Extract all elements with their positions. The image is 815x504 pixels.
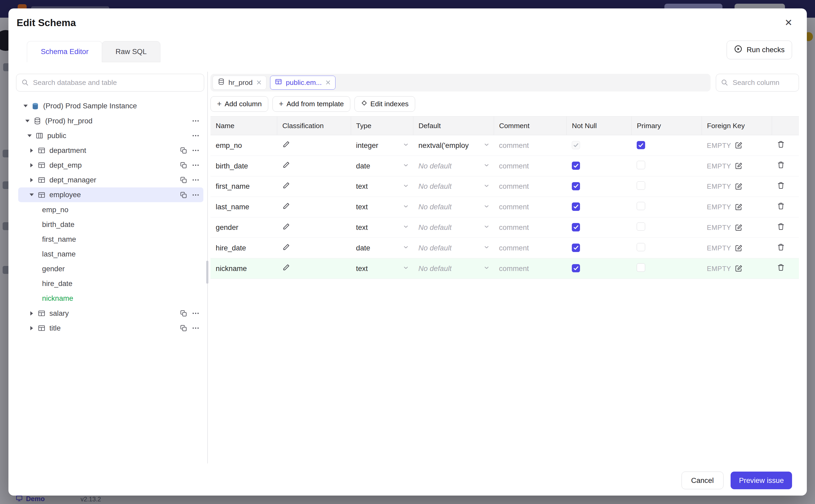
primary-checkbox[interactable]: [637, 141, 645, 149]
default-select[interactable]: No default: [418, 264, 494, 273]
cell-column-name[interactable]: last_name: [210, 197, 277, 217]
tab-schema-editor[interactable]: Schema Editor: [27, 41, 102, 62]
primary-checkbox[interactable]: [637, 161, 645, 169]
panel-resizer-thumb[interactable]: [206, 261, 208, 284]
tree-search-input[interactable]: [16, 74, 204, 91]
caret-down-icon[interactable]: [25, 120, 31, 122]
type-select[interactable]: date: [356, 162, 413, 170]
caret-right-icon[interactable]: [28, 163, 35, 167]
tree-node-table-employee[interactable]: employee: [18, 187, 203, 202]
edit-classification-icon[interactable]: [282, 161, 290, 169]
tree-node-column-emp_no[interactable]: emp_no: [18, 202, 203, 217]
cancel-button[interactable]: Cancel: [682, 472, 724, 489]
default-select[interactable]: No default: [418, 162, 494, 170]
edit-classification-icon[interactable]: [282, 182, 290, 190]
tree-node-table-dept_emp[interactable]: dept_emp: [18, 158, 203, 173]
copy-icon[interactable]: [180, 176, 187, 184]
comment-input[interactable]: [499, 244, 567, 252]
caret-down-icon[interactable]: [22, 105, 29, 107]
edit-classification-icon[interactable]: [282, 264, 290, 272]
default-select[interactable]: No default: [418, 203, 494, 211]
cell-column-name[interactable]: first_name: [210, 176, 277, 197]
tree-node-schema[interactable]: public: [18, 128, 203, 143]
edit-indexes-button[interactable]: Edit indexes: [354, 96, 415, 112]
tab-raw-sql[interactable]: Raw SQL: [102, 41, 160, 62]
type-select[interactable]: text: [356, 182, 413, 191]
tree-node-column-hire_date[interactable]: hire_date: [18, 276, 203, 291]
edit-classification-icon[interactable]: [282, 223, 290, 231]
delete-column-icon[interactable]: [777, 161, 785, 169]
caret-right-icon[interactable]: [28, 148, 35, 153]
more-actions-icon[interactable]: [192, 161, 200, 169]
copy-icon[interactable]: [180, 310, 187, 317]
not-null-checkbox[interactable]: [572, 202, 580, 211]
comment-input[interactable]: [499, 264, 567, 273]
more-actions-icon[interactable]: [192, 147, 200, 154]
tree-node-database[interactable]: (Prod) hr_prod: [18, 114, 203, 128]
delete-column-icon[interactable]: [777, 223, 785, 231]
tree-node-table-department[interactable]: department: [18, 143, 203, 158]
panel-resizer[interactable]: [204, 74, 210, 466]
foreign-key-editor[interactable]: EMPTY: [707, 244, 743, 252]
foreign-key-editor[interactable]: EMPTY: [707, 162, 743, 170]
default-select[interactable]: No default: [418, 182, 494, 191]
more-actions-icon[interactable]: [192, 132, 200, 140]
preview-issue-button[interactable]: Preview issue: [731, 472, 792, 489]
tree-node-table-salary[interactable]: salary: [18, 306, 203, 321]
default-select[interactable]: nextval('employ: [418, 141, 494, 150]
tree-node-instance[interactable]: (Prod) Prod Sample Instance: [18, 99, 203, 113]
tree-node-column-last_name[interactable]: last_name: [18, 247, 203, 261]
copy-icon[interactable]: [180, 191, 187, 199]
type-select[interactable]: text: [356, 203, 413, 211]
not-null-checkbox[interactable]: [572, 162, 580, 170]
column-search-input[interactable]: [716, 74, 799, 91]
comment-input[interactable]: [499, 182, 567, 191]
foreign-key-editor[interactable]: EMPTY: [707, 183, 743, 191]
caret-right-icon[interactable]: [28, 326, 35, 330]
tree-node-table-title[interactable]: title: [18, 321, 203, 336]
tree-node-column-first_name[interactable]: first_name: [18, 232, 203, 247]
delete-column-icon[interactable]: [777, 182, 785, 190]
more-actions-icon[interactable]: [192, 309, 200, 317]
caret-right-icon[interactable]: [28, 178, 35, 182]
copy-icon[interactable]: [180, 162, 187, 169]
default-select[interactable]: No default: [418, 244, 494, 252]
primary-checkbox[interactable]: [637, 243, 645, 251]
primary-checkbox[interactable]: [637, 263, 645, 272]
caret-down-icon[interactable]: [26, 134, 33, 137]
tree-node-table-dept_manager[interactable]: dept_manager: [18, 173, 203, 187]
tab-chip-database[interactable]: hr_prod: [212, 76, 266, 90]
comment-input[interactable]: [499, 203, 567, 211]
cell-column-name[interactable]: birth_date: [210, 156, 277, 176]
primary-checkbox[interactable]: [637, 202, 645, 210]
cell-column-name[interactable]: emp_no: [210, 135, 277, 156]
more-actions-icon[interactable]: [192, 176, 200, 184]
primary-checkbox[interactable]: [637, 181, 645, 190]
copy-icon[interactable]: [180, 324, 187, 332]
run-checks-button[interactable]: Run checks: [727, 41, 792, 59]
default-select[interactable]: No default: [418, 223, 494, 232]
cell-column-name[interactable]: hire_date: [210, 238, 277, 258]
comment-input[interactable]: [499, 162, 567, 170]
type-select[interactable]: integer: [356, 141, 413, 150]
foreign-key-editor[interactable]: EMPTY: [707, 203, 743, 211]
type-select[interactable]: date: [356, 244, 413, 252]
edit-classification-icon[interactable]: [282, 140, 290, 148]
more-actions-icon[interactable]: [192, 324, 200, 332]
more-actions-icon[interactable]: [192, 191, 200, 199]
cell-column-name[interactable]: nickname: [210, 258, 277, 279]
comment-input[interactable]: [499, 141, 567, 150]
foreign-key-editor[interactable]: EMPTY: [707, 142, 743, 149]
primary-checkbox[interactable]: [637, 222, 645, 231]
cell-column-name[interactable]: gender: [210, 217, 277, 238]
delete-column-icon[interactable]: [777, 140, 785, 148]
delete-column-icon[interactable]: [777, 202, 785, 210]
edit-classification-icon[interactable]: [282, 202, 290, 210]
add-column-button[interactable]: + Add column: [210, 96, 268, 112]
edit-classification-icon[interactable]: [282, 243, 290, 251]
tree-node-column-birth_date[interactable]: birth_date: [18, 217, 203, 232]
add-from-template-button[interactable]: + Add from template: [272, 96, 350, 112]
tree-node-column-gender[interactable]: gender: [18, 261, 203, 276]
delete-column-icon[interactable]: [777, 243, 785, 251]
foreign-key-editor[interactable]: EMPTY: [707, 265, 743, 273]
